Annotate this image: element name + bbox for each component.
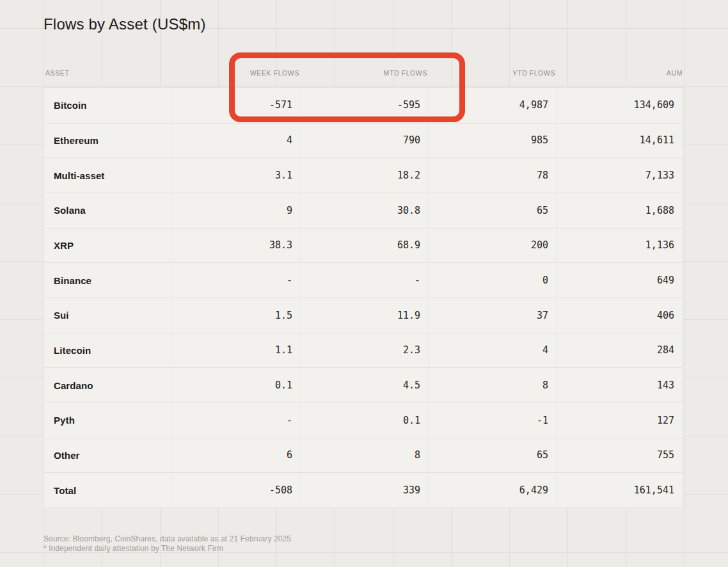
- value-cell: -595: [301, 88, 429, 123]
- value-cell: 755: [557, 438, 683, 473]
- column-header-week-flows: WEEK FLOWS: [172, 58, 300, 87]
- attestation-note: * Independent daily attestation by The N…: [44, 544, 291, 554]
- asset-name-cell: Total: [44, 473, 173, 507]
- value-cell: -: [173, 403, 301, 438]
- value-cell: 4,987: [429, 88, 557, 123]
- value-cell: 38.3: [173, 228, 301, 263]
- table-row: Litecoin1.12.34284: [44, 333, 683, 368]
- column-header-mtd-flows: MTD FLOWS: [300, 58, 428, 87]
- value-cell: 143: [557, 368, 683, 403]
- value-cell: 4: [173, 124, 301, 158]
- value-cell: 134,609: [557, 88, 683, 123]
- asset-name-cell: XRP: [44, 228, 173, 263]
- asset-name-cell: Sui: [44, 298, 173, 333]
- source-note: Source: Bloomberg, CoinShares, data avai…: [44, 534, 291, 544]
- value-cell: 7,133: [557, 158, 683, 193]
- value-cell: 8: [429, 368, 557, 403]
- footer-notes: Source: Bloomberg, CoinShares, data avai…: [44, 534, 291, 554]
- table-row: Pyth-0.1-1127: [44, 403, 683, 438]
- value-cell: 65: [429, 438, 557, 473]
- table-row: Other6865755: [44, 438, 683, 473]
- value-cell: 2.3: [301, 333, 429, 368]
- value-cell: 200: [429, 228, 557, 263]
- value-cell: 0: [429, 263, 557, 298]
- value-cell: -: [173, 263, 301, 298]
- value-cell: 339: [301, 473, 429, 507]
- asset-name-cell: Other: [44, 438, 173, 473]
- asset-name-cell: Pyth: [44, 403, 173, 438]
- asset-name-cell: Litecoin: [44, 333, 173, 368]
- table-row: Bitcoin-571-5954,987134,609: [44, 88, 683, 123]
- value-cell: 1,688: [557, 193, 683, 228]
- asset-name-cell: Multi-asset: [44, 158, 173, 193]
- column-header-ytd-flows: YTD FLOWS: [428, 58, 556, 87]
- value-cell: 649: [557, 263, 683, 298]
- value-cell: -571: [173, 88, 301, 123]
- asset-name-cell: Cardano: [44, 368, 173, 403]
- table-row: Binance--0649: [44, 262, 683, 298]
- value-cell: 9: [173, 193, 301, 228]
- value-cell: 30.8: [301, 193, 429, 228]
- page: Flows by Asset (US$m) ASSET WEEK FLOWS M…: [0, 0, 728, 567]
- value-cell: 8: [301, 438, 429, 473]
- value-cell: 1.5: [173, 298, 301, 333]
- value-cell: 284: [557, 333, 683, 368]
- value-cell: 127: [557, 403, 683, 438]
- value-cell: 406: [557, 298, 683, 333]
- value-cell: 14,611: [557, 124, 683, 158]
- value-cell: 6: [173, 438, 301, 473]
- value-cell: 4.5: [301, 368, 429, 403]
- asset-name-cell: Solana: [44, 193, 173, 228]
- value-cell: 0.1: [301, 403, 429, 438]
- table-row: Total-5083396,429161,541: [44, 472, 683, 507]
- value-cell: 4: [429, 333, 557, 368]
- table-header-row: ASSET WEEK FLOWS MTD FLOWS YTD FLOWS AUM: [44, 58, 683, 87]
- table-row: Ethereum479098514,611: [44, 123, 683, 158]
- value-cell: 985: [429, 124, 557, 158]
- value-cell: 3.1: [173, 158, 301, 193]
- table-row: Multi-asset3.118.2787,133: [44, 157, 683, 193]
- value-cell: -508: [173, 473, 301, 507]
- value-cell: -: [301, 263, 429, 298]
- table-row: Sui1.511.937406: [44, 298, 683, 333]
- value-cell: -1: [429, 403, 557, 438]
- value-cell: 0.1: [173, 368, 301, 403]
- chart-title: Flows by Asset (US$m): [44, 15, 206, 33]
- asset-name-cell: Ethereum: [44, 124, 173, 158]
- table-row: Solana930.8651,688: [44, 193, 683, 228]
- value-cell: 78: [429, 158, 557, 193]
- value-cell: 68.9: [301, 228, 429, 263]
- value-cell: 1,136: [557, 228, 683, 263]
- value-cell: 65: [429, 193, 557, 228]
- table-row: Cardano0.14.58143: [44, 367, 683, 403]
- value-cell: 790: [301, 124, 429, 158]
- value-cell: 37: [429, 298, 557, 333]
- value-cell: 11.9: [301, 298, 429, 333]
- table-row: XRP38.368.92001,136: [44, 228, 683, 263]
- value-cell: 1.1: [173, 333, 301, 368]
- column-header-asset: ASSET: [44, 58, 172, 87]
- column-header-aum: AUM: [556, 58, 683, 87]
- asset-name-cell: Bitcoin: [44, 88, 173, 123]
- asset-name-cell: Binance: [44, 263, 173, 298]
- value-cell: 6,429: [429, 473, 557, 507]
- table-body: Bitcoin-571-5954,987134,609Ethereum47909…: [44, 87, 683, 508]
- value-cell: 18.2: [301, 158, 429, 193]
- value-cell: 161,541: [557, 473, 683, 507]
